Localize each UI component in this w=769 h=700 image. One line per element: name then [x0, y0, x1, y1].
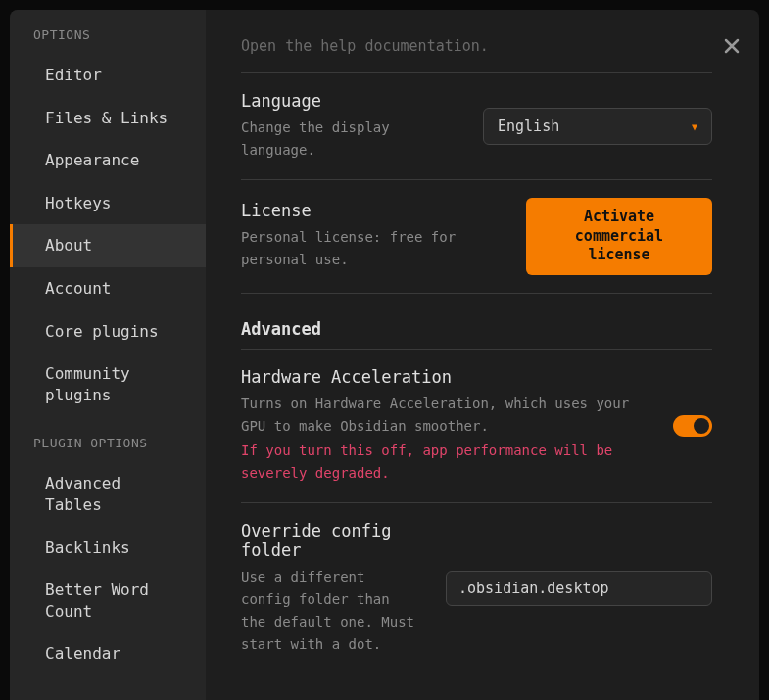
language-select[interactable]: English ▼ — [483, 108, 712, 145]
sidebar-item-core-plugins[interactable]: Core plugins — [10, 310, 206, 353]
sidebar-item-community-plugins[interactable]: Community plugins — [10, 352, 206, 416]
setting-license: License Personal license: free for perso… — [241, 180, 712, 294]
settings-sidebar: OPTIONS Editor Files & Links Appearance … — [10, 10, 206, 700]
sidebar-item-hotkeys[interactable]: Hotkeys — [10, 182, 206, 225]
sidebar-item-backlinks[interactable]: Backlinks — [10, 527, 206, 570]
override-config-title: Override config folder — [241, 521, 422, 560]
hw-accel-desc: Turns on Hardware Acceleration, which us… — [241, 393, 649, 438]
override-config-desc: Use a different config folder than the d… — [241, 566, 422, 656]
plugin-options-header: PLUGIN OPTIONS — [10, 436, 206, 462]
advanced-heading: Advanced — [241, 294, 712, 350]
language-desc: Change the display language. — [241, 117, 459, 162]
sidebar-item-about[interactable]: About — [10, 224, 206, 267]
sidebar-item-advanced-tables[interactable]: Advanced Tables — [10, 462, 206, 526]
hw-accel-title: Hardware Acceleration — [241, 367, 649, 387]
sidebar-item-calendar[interactable]: Calendar — [10, 632, 206, 676]
license-title: License — [241, 201, 503, 220]
hw-accel-warning: If you turn this off, app performance wi… — [241, 440, 649, 485]
sidebar-item-appearance[interactable]: Appearance — [10, 139, 206, 182]
close-button[interactable] — [724, 37, 744, 57]
language-value: English — [498, 117, 559, 135]
hw-accel-toggle[interactable] — [673, 415, 712, 437]
sidebar-item-editor[interactable]: Editor — [10, 54, 206, 97]
sidebar-item-files-links[interactable]: Files & Links — [10, 97, 206, 140]
close-icon — [724, 38, 740, 54]
setting-language: Language Change the display language. En… — [241, 73, 712, 180]
language-title: Language — [241, 91, 459, 111]
activate-license-button[interactable]: Activate commercial license — [526, 198, 712, 275]
settings-modal: OPTIONS Editor Files & Links Appearance … — [10, 10, 759, 700]
sidebar-item-better-word-count[interactable]: Better Word Count — [10, 569, 206, 632]
options-header: OPTIONS — [10, 27, 206, 54]
sidebar-item-account[interactable]: Account — [10, 267, 206, 310]
help-desc-partial: Open the help documentation. — [241, 37, 712, 73]
setting-override-config: Override config folder Use a different c… — [241, 503, 712, 674]
override-config-input[interactable] — [446, 571, 712, 606]
setting-hardware-acceleration: Hardware Acceleration Turns on Hardware … — [241, 350, 712, 503]
chevron-down-icon: ▼ — [692, 121, 697, 132]
settings-content: Open the help documentation. Language Ch… — [206, 10, 759, 700]
license-desc: Personal license: free for personal use. — [241, 226, 503, 271]
